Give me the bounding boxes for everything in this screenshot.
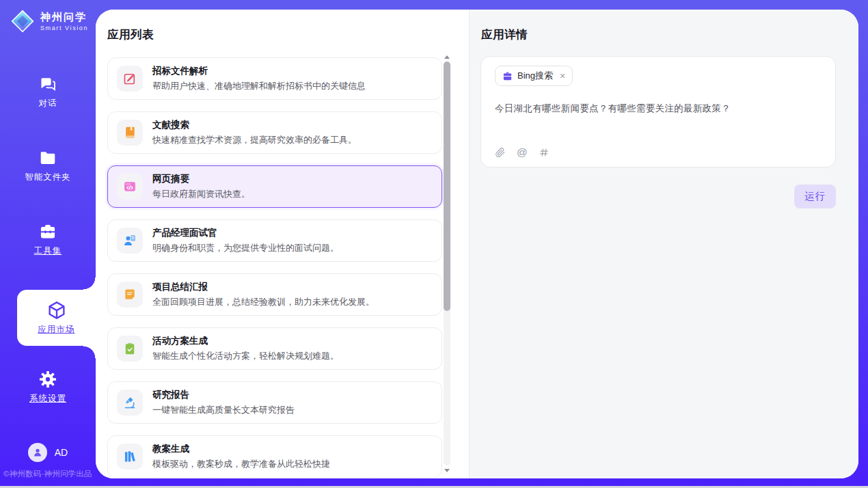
sidebar: 神州问学 Smart Vision 对话智能文件夹工具集应用市场系统设置 AD … <box>0 0 96 486</box>
scrollbar-thumb[interactable] <box>444 62 450 311</box>
sidebar-item-app-market[interactable]: 应用市场 <box>17 290 96 346</box>
app-card-description: 智能生成个性化活动方案，轻松解决规划难题。 <box>152 350 339 362</box>
app-card-text: 项目总结汇报全面回顾项目进展，总结经验教训，助力未来优化发展。 <box>152 281 375 308</box>
app-card-text: 研究报告一键智能生成高质量长文本研究报告 <box>152 389 295 416</box>
app-card-title: 教案生成 <box>152 443 330 455</box>
webpage-icon <box>117 174 143 200</box>
book-icon <box>117 120 143 146</box>
app-card-description: 明确身份和职责，为您提供专业性的面试问题。 <box>152 242 339 254</box>
sidebar-item-label: 工具集 <box>34 245 62 257</box>
sidebar-item-label: 智能文件夹 <box>25 172 71 183</box>
paperclip-icon[interactable] <box>495 147 506 158</box>
app-detail-panel: 应用详情 Bing搜索 × 今日湖北有哪些新闻要点？有哪些需要关注的最新政策？ … <box>469 10 858 478</box>
sidebar-item-label: 系统设置 <box>29 393 66 405</box>
tag-close-icon[interactable]: × <box>560 71 565 81</box>
sidebar-item-chat[interactable]: 对话 <box>0 75 96 109</box>
main-content: 应用列表 招标文件解析帮助用户快速、准确地理解和解析招标书中的关键信息文献搜索快… <box>96 10 858 478</box>
toolbox-icon <box>39 223 57 241</box>
app-card[interactable]: 网页摘要每日政府新闻资讯快查。 <box>107 165 442 208</box>
app-card-text: 网页摘要每日政府新闻资讯快查。 <box>152 173 250 200</box>
prompt-input[interactable]: 今日湖北有哪些新闻要点？有哪些需要关注的最新政策？ <box>495 103 822 115</box>
scrollbar-up-arrow-icon[interactable] <box>444 55 450 59</box>
app-list-panel: 应用列表 招标文件解析帮助用户快速、准确地理解和解析招标书中的关键信息文献搜索快… <box>96 10 469 478</box>
app-card-title: 网页摘要 <box>152 173 250 185</box>
briefcase-icon <box>502 71 513 81</box>
app-card[interactable]: 活动方案生成智能生成个性化活动方案，轻松解决规划难题。 <box>107 327 442 370</box>
scrollbar[interactable] <box>443 55 451 473</box>
app-card-list: 招标文件解析帮助用户快速、准确地理解和解析招标书中的关键信息文献搜索快速精准查找… <box>107 57 442 478</box>
attachment-toolbar: @ <box>495 147 550 158</box>
prompt-card: Bing搜索 × 今日湖北有哪些新闻要点？有哪些需要关注的最新政策？ @ <box>480 56 836 167</box>
sidebar-item-smart-folder[interactable]: 智能文件夹 <box>0 149 96 183</box>
app-card-title: 研究报告 <box>152 389 295 401</box>
app-card-description: 帮助用户快速、准确地理解和解析招标书中的关键信息 <box>152 80 366 92</box>
app-card[interactable]: 研究报告一键智能生成高质量长文本研究报告 <box>107 381 442 424</box>
app-card[interactable]: 教案生成模板驱动，教案秒成，教学准备从此轻松快捷 <box>107 435 442 478</box>
app-card-description: 每日政府新闻资讯快查。 <box>152 188 250 200</box>
app-detail-title: 应用详情 <box>481 27 528 42</box>
app-card-title: 文献搜索 <box>152 119 357 131</box>
app-card[interactable]: 产品经理面试官明确身份和职责，为您提供专业性的面试问题。 <box>107 219 442 262</box>
app-card-title: 项目总结汇报 <box>152 281 375 293</box>
sidebar-item-toolbox[interactable]: 工具集 <box>0 223 96 257</box>
sidebar-item-label: 对话 <box>39 98 57 109</box>
app-card[interactable]: 文献搜索快速精准查找学术资源，提高研究效率的必备工具。 <box>107 111 442 154</box>
cube-icon <box>46 300 67 321</box>
app-card-description: 全面回顾项目进展，总结经验教训，助力未来优化发展。 <box>152 296 375 308</box>
app-card-text: 活动方案生成智能生成个性化活动方案，轻松解决规划难题。 <box>152 335 339 362</box>
memo-icon <box>117 282 143 308</box>
interviewer-icon <box>117 228 143 254</box>
app-card-text: 教案生成模板驱动，教案秒成，教学准备从此轻松快捷 <box>152 443 330 470</box>
app-card-title: 活动方案生成 <box>152 335 339 347</box>
app-card[interactable]: 项目总结汇报全面回顾项目进展，总结经验教训，助力未来优化发展。 <box>107 273 442 316</box>
research-icon <box>117 390 143 416</box>
user-label: AD <box>55 447 68 458</box>
app-card-text: 文献搜索快速精准查找学术资源，提高研究效率的必备工具。 <box>152 119 357 146</box>
app-card-text: 产品经理面试官明确身份和职责，为您提供专业性的面试问题。 <box>152 227 339 254</box>
app-card-title: 产品经理面试官 <box>152 227 339 239</box>
scrollbar-down-arrow-icon[interactable] <box>444 469 450 472</box>
folder-icon <box>39 149 57 167</box>
copyright-text: ©神州数码·神州问学出品 <box>0 469 96 479</box>
person-icon <box>32 447 43 458</box>
chat-icon <box>39 75 57 93</box>
app-card[interactable]: 招标文件解析帮助用户快速、准确地理解和解析招标书中的关键信息 <box>107 57 442 100</box>
app-card-text: 招标文件解析帮助用户快速、准确地理解和解析招标书中的关键信息 <box>152 65 366 92</box>
gear-icon <box>39 370 57 388</box>
tool-tag-label: Bing搜索 <box>517 70 553 82</box>
app-card-description: 快速精准查找学术资源，提高研究效率的必备工具。 <box>152 134 357 146</box>
run-button[interactable]: 运行 <box>794 185 836 208</box>
user-row[interactable]: AD <box>0 443 96 462</box>
app-list-title: 应用列表 <box>107 27 154 42</box>
app-card-title: 招标文件解析 <box>152 65 366 77</box>
hash-icon[interactable] <box>539 147 550 158</box>
books-icon <box>117 444 143 470</box>
clipboard-check-icon <box>117 336 143 362</box>
app-card-description: 模板驱动，教案秒成，教学准备从此轻松快捷 <box>152 458 330 470</box>
tool-tag-bing-search[interactable]: Bing搜索 × <box>495 66 573 86</box>
sidebar-item-settings[interactable]: 系统设置 <box>0 370 96 405</box>
app-card-description: 一键智能生成高质量长文本研究报告 <box>152 404 295 416</box>
mention-icon[interactable]: @ <box>517 147 528 158</box>
sidebar-item-label: 应用市场 <box>38 324 75 336</box>
sidebar-nav: 对话智能文件夹工具集应用市场系统设置 <box>0 0 96 486</box>
avatar[interactable] <box>28 443 47 462</box>
edit-document-icon <box>117 66 143 92</box>
